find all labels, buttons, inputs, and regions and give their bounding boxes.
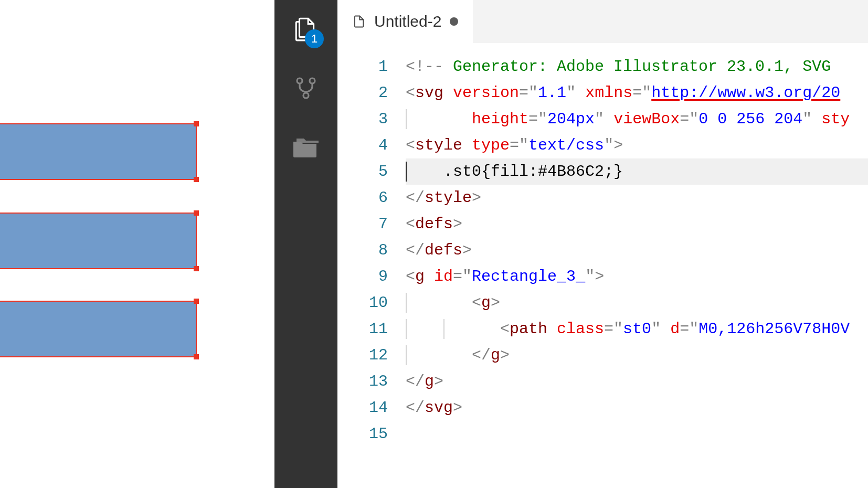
vector-rectangle[interactable]	[0, 123, 197, 180]
tabstrip: Untitled-2	[337, 0, 868, 43]
code-line[interactable]: <g>	[406, 290, 868, 316]
illustrator-canvas	[0, 0, 274, 488]
line-number: 2	[337, 80, 388, 106]
editor-group: Untitled-2 123456789101112131415 <!-- Ge…	[337, 0, 868, 488]
line-number: 3	[337, 106, 388, 132]
line-number: 9	[337, 263, 388, 290]
line-number: 11	[337, 316, 388, 342]
code-line[interactable]: <path class="st0" d="M0,126h256V78H0V	[406, 316, 868, 342]
code-line[interactable]: .st0{fill:#4B86C2;}	[406, 158, 868, 185]
explorer-badge: 1	[305, 29, 324, 48]
vector-rectangle[interactable]	[0, 301, 197, 357]
dirty-indicator-icon	[450, 17, 458, 26]
line-number: 14	[337, 395, 388, 421]
text-editor[interactable]: 123456789101112131415 <!-- Generator: Ad…	[337, 43, 868, 488]
code-line[interactable]: height="204px" viewBox="0 0 256 204" sty	[406, 106, 868, 132]
file-icon	[351, 13, 366, 30]
code-line[interactable]: </style>	[406, 185, 868, 211]
explorer-activity-button[interactable]: 1	[290, 13, 322, 44]
line-number: 13	[337, 368, 388, 395]
source-control-icon	[293, 76, 319, 101]
line-number-gutter: 123456789101112131415	[337, 54, 406, 488]
code-line[interactable]: </g>	[406, 368, 868, 395]
line-number: 1	[337, 54, 388, 80]
code-line[interactable]: <g id="Rectangle_3_">	[406, 263, 868, 290]
code-line[interactable]: <svg version="1.1" xmlns="http://www.w3.…	[406, 80, 868, 106]
selection-handle[interactable]	[194, 354, 199, 359]
source-control-activity-button[interactable]	[290, 72, 322, 104]
selection-handle[interactable]	[194, 299, 199, 304]
code-line[interactable]: </svg>	[406, 395, 868, 421]
line-number: 4	[337, 132, 388, 158]
svg-point-2	[303, 93, 309, 98]
code-line[interactable]: </defs>	[406, 237, 868, 263]
selection-handle[interactable]	[194, 121, 199, 126]
line-number: 10	[337, 290, 388, 316]
code-line[interactable]	[406, 421, 868, 447]
code-content[interactable]: <!-- Generator: Adobe Illustrator 23.0.1…	[406, 54, 868, 488]
code-line[interactable]: <style type="text/css">	[406, 132, 868, 158]
code-line[interactable]: <!-- Generator: Adobe Illustrator 23.0.1…	[406, 54, 868, 80]
activity-bar: 1	[274, 0, 337, 488]
folder-stack-icon	[292, 136, 320, 160]
code-line[interactable]: <defs>	[406, 211, 868, 237]
selection-handle[interactable]	[194, 266, 199, 271]
line-number: 15	[337, 421, 388, 447]
line-number: 8	[337, 237, 388, 263]
selection-handle[interactable]	[194, 177, 199, 182]
selection-handle[interactable]	[194, 210, 199, 216]
files-activity-button[interactable]	[290, 132, 322, 164]
line-number: 6	[337, 185, 388, 211]
line-number: 7	[337, 211, 388, 237]
line-number: 12	[337, 342, 388, 368]
svg-point-1	[310, 78, 315, 83]
svg-point-0	[297, 78, 302, 83]
editor-tab[interactable]: Untitled-2	[337, 0, 473, 43]
tab-title: Untitled-2	[374, 13, 441, 30]
line-number: 5	[337, 158, 388, 185]
code-line[interactable]: </g>	[406, 342, 868, 368]
vector-rectangle[interactable]	[0, 213, 197, 269]
